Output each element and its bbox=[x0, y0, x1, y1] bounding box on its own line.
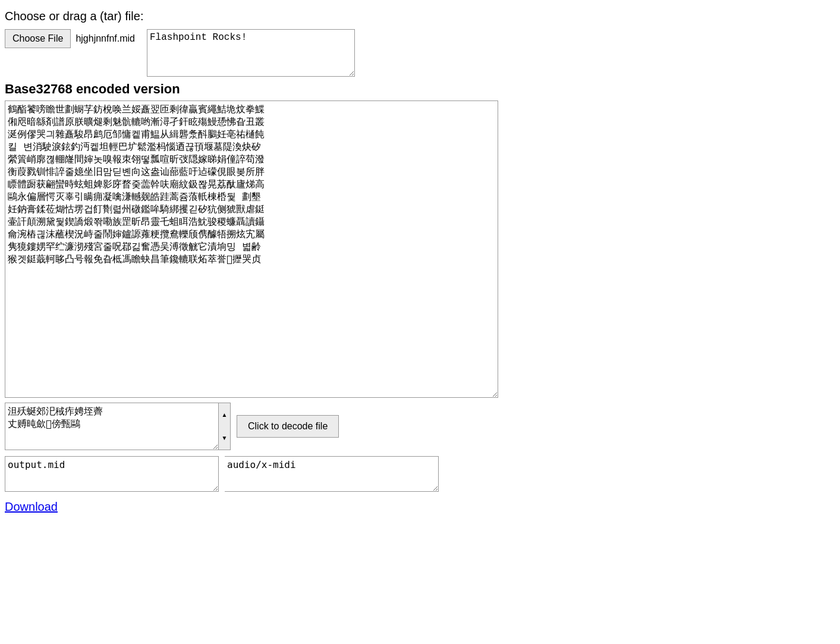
spinner-wrapper: ▲ ▼ bbox=[5, 403, 231, 450]
top-row: Choose File hjghjnnfnf.mid bbox=[5, 29, 835, 77]
output-filename-textarea[interactable] bbox=[5, 456, 219, 492]
output-row bbox=[5, 456, 835, 492]
file-name-label: hjghjnnfnf.mid bbox=[75, 33, 135, 44]
spinner-down-button[interactable]: ▼ bbox=[219, 426, 230, 450]
encoded-content-textarea[interactable] bbox=[5, 100, 498, 398]
bottom-section: ▲ ▼ Click to decode file bbox=[5, 403, 835, 450]
flashpoint-textarea[interactable] bbox=[147, 29, 355, 77]
output-mimetype-textarea[interactable] bbox=[225, 456, 439, 492]
spinner-arrows: ▲ ▼ bbox=[219, 403, 231, 450]
spinner-up-button[interactable]: ▲ bbox=[219, 403, 230, 426]
decode-button[interactable]: Click to decode file bbox=[237, 415, 339, 438]
instruction-text: Choose or drag a (tar) file: bbox=[5, 10, 835, 23]
encoded-section-title: Base32768 encoded version bbox=[5, 81, 835, 97]
choose-file-button[interactable]: Choose File bbox=[5, 29, 71, 48]
file-input-area: Choose File hjghjnnfnf.mid bbox=[5, 29, 135, 48]
spinner-textarea[interactable] bbox=[5, 403, 219, 450]
download-link[interactable]: Download bbox=[5, 500, 835, 514]
